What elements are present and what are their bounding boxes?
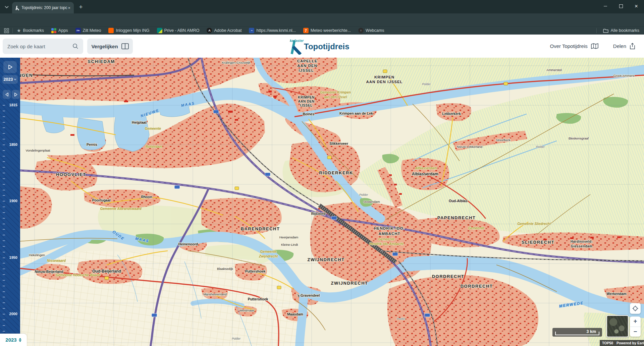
- timeline-tick[interactable]: [3, 133, 5, 134]
- brand-logo[interactable]: kadaster Topotijdreis: [287, 37, 350, 57]
- timeline-tick[interactable]: [3, 218, 5, 219]
- timeline-tick[interactable]: [3, 150, 5, 151]
- bookmark-item[interactable]: AAdobe Acrobat: [207, 28, 241, 33]
- map-label: Kleine-Lindt: [281, 243, 298, 246]
- window-close-button[interactable]: ✕: [629, 0, 644, 12]
- zoom-in-button[interactable]: +: [630, 316, 641, 327]
- bookmark-label: Inloggen Mijn ING: [116, 28, 149, 33]
- search-input[interactable]: Zoek op de kaart: [3, 39, 83, 54]
- timeline-tick[interactable]: [3, 224, 5, 224]
- timeline-tick[interactable]: [3, 195, 5, 196]
- timeline-tick[interactable]: [3, 235, 5, 235]
- about-link[interactable]: Over Topotijdreis: [550, 43, 598, 49]
- map-label: 's-Gravendeel: [297, 293, 320, 297]
- map-attribution: TOP50 Powered by Esri: [600, 340, 644, 346]
- map-label: SLIEDRECHT: [522, 240, 554, 245]
- play-button[interactable]: [3, 61, 17, 73]
- timeline-tick[interactable]: [3, 257, 5, 258]
- map-label: RIDDERKERK: [319, 170, 353, 175]
- bookmark-item[interactable]: ★Bookmarks: [17, 28, 44, 33]
- timeline-tick[interactable]: [3, 274, 5, 275]
- map-label: Rhoon: [141, 195, 152, 199]
- zoom-out-button[interactable]: −: [630, 327, 641, 337]
- timeline-tick[interactable]: [3, 212, 5, 213]
- timeline-tick[interactable]: [3, 280, 5, 281]
- next-icon: [14, 92, 18, 97]
- timeline-tick[interactable]: [3, 145, 5, 145]
- window-maximize-button[interactable]: [613, 0, 629, 12]
- compare-button[interactable]: Vergelijken: [87, 39, 133, 54]
- timeline-tick[interactable]: [3, 127, 5, 128]
- timeline-tick[interactable]: [3, 314, 5, 314]
- map-label: Oud-Alblas: [449, 199, 468, 203]
- timeline-tick[interactable]: [3, 201, 5, 201]
- timeline-tick[interactable]: [3, 207, 5, 207]
- timeline-tick[interactable]: [3, 331, 5, 332]
- window-minimize-button[interactable]: [598, 0, 613, 12]
- apps-grid-icon[interactable]: [4, 28, 9, 33]
- timeline-tick[interactable]: [3, 308, 5, 309]
- basemap-thumbnail[interactable]: [606, 315, 629, 337]
- timeline-tick[interactable]: [3, 291, 5, 292]
- bookmark-item[interactable]: ZiltZilt Meteo: [75, 28, 101, 33]
- tab-search-button[interactable]: [3, 3, 11, 11]
- map-label: Rijsoord: [311, 212, 326, 216]
- bookmark-item[interactable]: ▪▪https://www.knmi.nl...: [249, 28, 296, 33]
- timeline-tick[interactable]: [3, 297, 5, 297]
- locate-button[interactable]: [630, 303, 641, 314]
- timeline-tick[interactable]: [3, 116, 5, 117]
- share-button[interactable]: Delen: [613, 43, 635, 49]
- bookmark-item[interactable]: Apps: [51, 28, 68, 33]
- timeline-tick[interactable]: [3, 246, 5, 247]
- timeline-tick[interactable]: [3, 167, 5, 168]
- timeline-tick[interactable]: [3, 122, 5, 123]
- timeline-tick[interactable]: [3, 161, 5, 162]
- timeline-tick[interactable]: [3, 156, 5, 157]
- bookmark-label: Prive - ABN AMRO: [164, 28, 200, 33]
- timeline-tick[interactable]: [3, 320, 5, 320]
- timeline-tick[interactable]: [3, 325, 5, 326]
- browser-tab[interactable]: Topotijdreis: 200 jaar topografi ×: [12, 2, 74, 13]
- timeline-tick[interactable]: [3, 269, 5, 269]
- search-icon: [72, 43, 78, 49]
- timeline-tick[interactable]: [3, 252, 5, 252]
- all-bookmarks-button[interactable]: Alle bookmarks: [596, 28, 644, 33]
- map-canvas[interactable]: SCHIEDAMNGENCAPELLEAAN DENIJSSELKRIMPENA…: [0, 58, 644, 346]
- tab-close-button[interactable]: ×: [67, 5, 71, 10]
- year-selector-chip[interactable]: 2023: [0, 334, 27, 346]
- timeline-tick[interactable]: [3, 105, 5, 106]
- map-label: AAN DEN: [298, 100, 314, 103]
- year-dropdown[interactable]: 2023: [2, 75, 18, 84]
- map-label: Polder: [536, 145, 545, 149]
- folder-icon: [603, 28, 608, 33]
- timeline-tick[interactable]: [3, 286, 5, 286]
- timeline-tick[interactable]: [3, 302, 5, 303]
- bookmark-item[interactable]: Inloggen Mijn ING: [108, 28, 149, 33]
- map-label: Lekkerkerk: [442, 112, 461, 116]
- map-label: Hardinxveld-: [571, 240, 593, 243]
- bookmark-favicon: [157, 28, 162, 33]
- next-year-button[interactable]: [12, 90, 20, 99]
- timeline-tick[interactable]: [3, 178, 5, 179]
- timeline-tick[interactable]: [3, 184, 5, 185]
- map-label: Puttershoek: [245, 269, 266, 273]
- map-label: Alblasserdam: [412, 172, 438, 176]
- new-tab-button[interactable]: +: [76, 3, 85, 11]
- bookmark-item[interactable]: Prive - ABN AMRO: [157, 28, 200, 33]
- previous-year-button[interactable]: [3, 90, 11, 99]
- timeline-tick[interactable]: [3, 190, 5, 190]
- timeline-tick[interactable]: [3, 263, 5, 264]
- timeline-tick[interactable]: [3, 240, 5, 241]
- timeline-tick[interactable]: [3, 111, 5, 111]
- map-label: Heerjansdam: [279, 235, 299, 239]
- bookmark-item[interactable]: ↑Webcams: [358, 28, 384, 33]
- map-label: aan den IJssel: [324, 95, 347, 99]
- sort-arrows-icon: [19, 338, 21, 342]
- map-label: Hendrik-Ido-Ambacht: [369, 242, 404, 246]
- bookmark-label: Webcams: [366, 28, 384, 33]
- timeline-tick[interactable]: [3, 229, 5, 230]
- timeline-tick[interactable]: [3, 139, 5, 139]
- bookmark-item[interactable]: 7Meteo weerberichte...: [303, 28, 351, 33]
- timeline-tick[interactable]: [3, 173, 5, 173]
- timeline-year-label: 1850: [9, 142, 17, 147]
